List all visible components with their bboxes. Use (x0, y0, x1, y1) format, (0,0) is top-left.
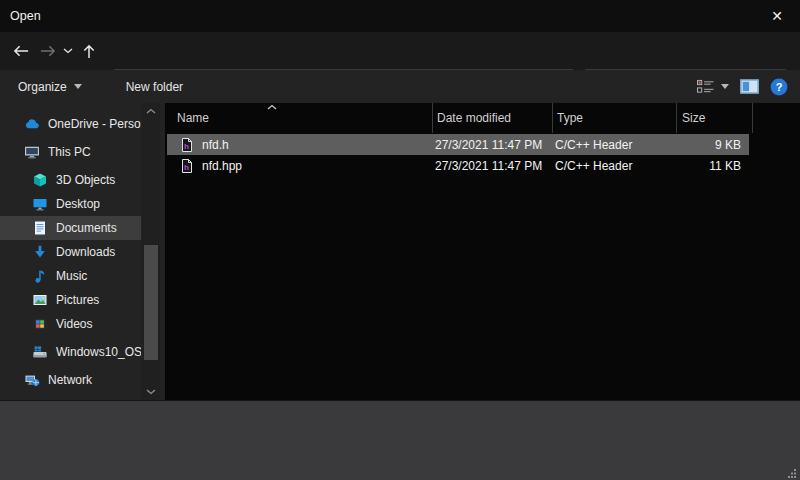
scroll-up-icon[interactable] (142, 103, 160, 119)
scrollbar-thumb[interactable] (144, 245, 158, 360)
organize-button[interactable]: Organize (18, 80, 82, 94)
organize-label: Organize (18, 80, 67, 94)
sidebar-item-3d-objects[interactable]: 3D Objects (0, 168, 141, 192)
sidebar-item-label: OneDrive - Persor (48, 117, 141, 131)
sidebar-item-label: Windows10_OS ( (56, 345, 141, 359)
up-button[interactable] (76, 38, 102, 64)
new-folder-label: New folder (126, 80, 183, 94)
preview-pane-button[interactable] (740, 79, 759, 94)
command-toolbar: Organize New folder ? (0, 70, 800, 103)
documents-icon (32, 220, 48, 236)
file-type: C/C++ Header (551, 159, 675, 173)
sidebar-item-label: Music (56, 269, 87, 283)
resize-grip-icon[interactable] (787, 468, 797, 478)
dropdown-triangle-icon (74, 84, 82, 89)
sidebar-item-label: 3D Objects (56, 173, 115, 187)
sort-ascending-icon (267, 104, 277, 110)
sidebar-scrollbar[interactable] (142, 103, 160, 400)
change-view-button[interactable] (696, 79, 729, 94)
sidebar-item-desktop[interactable]: Desktop (0, 192, 141, 216)
help-button[interactable]: ? (770, 78, 788, 96)
file-row-nfd.h[interactable]: hnfd.h27/3/2021 11:47 PMC/C++ Header9 KB (167, 134, 749, 155)
sidebar-item-music[interactable]: Music (0, 264, 141, 288)
file-h-icon: h (179, 137, 195, 153)
sidebar-item-downloads[interactable]: Downloads (0, 240, 141, 264)
toolbar-right-group: ? (696, 78, 788, 96)
help-icon: ? (770, 78, 788, 96)
svg-text:h: h (184, 141, 189, 150)
network-icon (24, 372, 40, 388)
videos-icon (32, 316, 48, 332)
downloads-icon (32, 244, 48, 260)
up-arrow-icon (83, 44, 95, 59)
sidebar-item-windows10-os[interactable]: Windows10_OS ( (0, 340, 141, 364)
sidebar-item-label: Desktop (56, 197, 100, 211)
column-header-name[interactable]: Name (165, 103, 433, 133)
file-type: C/C++ Header (551, 138, 675, 152)
desktop-icon (32, 196, 48, 212)
sidebar-item-label: Downloads (56, 245, 115, 259)
new-folder-button[interactable]: New folder (126, 80, 183, 94)
cube-3d-icon (32, 172, 48, 188)
close-icon: ✕ (771, 8, 783, 24)
file-name: nfd.hpp (202, 159, 242, 173)
sidebar-item-this-pc[interactable]: This PC (0, 140, 141, 164)
file-row-nfd.hpp[interactable]: hnfd.hpp27/3/2021 11:47 PMC/C++ Header11… (167, 155, 749, 176)
svg-text:?: ? (776, 81, 783, 93)
close-button[interactable]: ✕ (754, 0, 800, 32)
file-name: nfd.h (202, 138, 229, 152)
file-h-icon: h (179, 158, 195, 174)
title-bar: Open ✕ (0, 0, 800, 32)
file-size: 9 KB (675, 138, 747, 152)
sidebar-item-documents[interactable]: Documents (0, 216, 141, 240)
sidebar-item-pictures[interactable]: Pictures (0, 288, 141, 312)
column-header-date-modified[interactable]: Date modified (433, 103, 553, 133)
sidebar-item-network[interactable]: Network (0, 368, 141, 392)
file-size: 11 KB (675, 159, 747, 173)
sidebar-item-label: Pictures (56, 293, 99, 307)
details-view-icon (696, 79, 715, 94)
recent-locations-button[interactable] (60, 38, 76, 64)
forward-arrow-icon (39, 45, 56, 57)
forward-button[interactable] (34, 38, 60, 64)
sidebar-item-label: This PC (48, 145, 91, 159)
navigation-sidebar: OneDrive - PersorThis PC3D ObjectsDeskto… (0, 103, 165, 400)
file-rows: hnfd.h27/3/2021 11:47 PMC/C++ Header9 KB… (165, 134, 800, 176)
sidebar-item-label: Documents (56, 221, 117, 235)
sidebar-item-label: Videos (56, 317, 92, 331)
back-button[interactable] (8, 38, 34, 64)
scroll-down-icon[interactable] (142, 384, 160, 400)
music-note-icon (32, 268, 48, 284)
file-date-modified: 27/3/2021 11:47 PM (431, 159, 551, 173)
column-header-size[interactable]: Size (677, 103, 753, 133)
file-list: Name Date modified Type Size hnfd.h27/3/… (165, 103, 800, 400)
chevron-down-icon (63, 48, 73, 54)
back-arrow-icon (13, 45, 30, 57)
sidebar-item-videos[interactable]: Videos (0, 312, 141, 336)
preview-pane-icon (740, 79, 759, 94)
footer-panel: File name: nfd.h Headers (*.h;*.hpp) Ope… (0, 400, 800, 480)
nav-buttons (8, 32, 102, 70)
dropdown-triangle-icon (721, 84, 729, 89)
this-pc-icon (24, 144, 40, 160)
onedrive-cloud-icon (24, 116, 40, 132)
svg-text:h: h (184, 162, 189, 171)
file-date-modified: 27/3/2021 11:47 PM (431, 138, 551, 152)
sidebar-item-onedrive-persor[interactable]: OneDrive - Persor (0, 112, 141, 136)
pictures-icon (32, 292, 48, 308)
navigation-bar: « GitHub›nativefiledialog›src›include Se… (0, 32, 800, 70)
sidebar-item-label: Network (48, 373, 92, 387)
hard-drive-icon (32, 344, 48, 360)
column-headers: Name Date modified Type Size (165, 103, 753, 133)
window-title: Open (10, 9, 41, 23)
column-header-type[interactable]: Type (553, 103, 677, 133)
